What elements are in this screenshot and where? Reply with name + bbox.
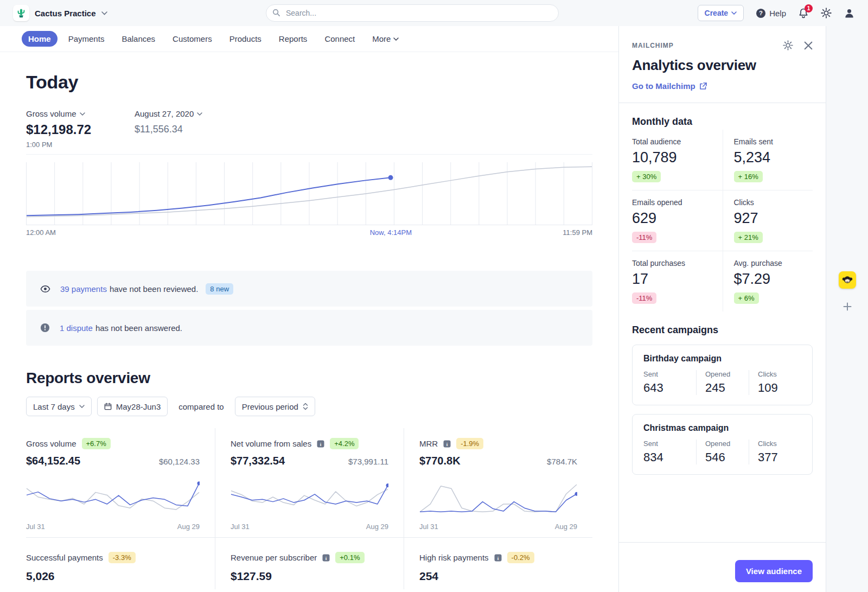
campaign-stat-label: Sent [643,440,691,448]
change-badge: -1.9% [456,438,483,449]
metric-total-audience: Total audience 10,789 + 30% [632,130,723,190]
campaign-stat-label: Clicks [758,440,796,448]
help-button[interactable]: ? Help [756,8,786,18]
metric-change-badge: + 16% [734,171,763,182]
card-compare-value: $60,124.33 [159,457,200,466]
new-payments-badge: 8 new [206,283,233,295]
campaign-name: Christmas campaign [643,423,801,433]
create-button[interactable]: Create [698,5,744,21]
app-name-label: MAILCHIMP [632,42,674,49]
compare-period-select[interactable]: Previous period [235,397,315,416]
axis-start-label: 12:00 AM [26,228,56,237]
view-audience-button[interactable]: View audience [735,560,813,582]
gross-volume-card: Gross volume +6.7% $64,152.45 $60,124.33… [26,428,215,537]
metric-avg-purchase: Avg. purchase $7.29 + 6% [723,251,813,311]
compare-date-value: $11,556.34 [135,124,202,135]
gross-volume-label: Gross volume [26,109,76,118]
card-label: High risk payments [419,553,489,562]
tab-products[interactable]: Products [223,31,268,47]
mailchimp-app-icon[interactable] [839,271,856,289]
campaign-stat-value: 643 [643,381,691,395]
external-link-icon [699,82,707,90]
info-icon: i [317,440,324,448]
page-title: Today [26,72,592,93]
card-value: $64,152.45 [26,455,80,467]
change-badge: +4.2% [330,438,359,449]
chevron-down-icon [393,37,399,41]
metric-value: 10,789 [632,149,723,166]
account-switcher[interactable]: Cactus Practice [13,5,107,21]
create-button-label: Create [705,9,729,17]
gross-volume-sparkline [26,475,200,519]
card-value: $77,332.54 [231,455,285,467]
gross-volume-value: $12,198.72 [26,122,135,137]
settings-gear-button[interactable] [821,8,832,18]
campaign-card-christmas: Christmas campaign Sent 834 Opened 546 C… [632,414,813,475]
go-to-mailchimp-link[interactable]: Go to Mailchimp [632,81,707,91]
metric-clicks: Clicks 927 + 21% [723,190,813,251]
drawer-close-button[interactable] [804,41,813,50]
change-badge: -3.3% [108,552,136,563]
gear-icon [821,8,832,18]
range-end-label: Aug 29 [177,523,200,531]
campaign-stat-label: Opened [705,440,743,448]
dispute-link[interactable]: 1 dispute [60,323,93,333]
chevron-down-icon [80,112,85,116]
add-app-button[interactable] [843,302,852,311]
tab-more[interactable]: More [366,31,405,47]
search-icon [272,9,280,17]
help-label: Help [769,9,786,18]
payments-review-link[interactable]: 39 payments [60,284,107,294]
chevron-down-icon [101,11,107,15]
metric-value: $7.29 [734,271,813,288]
tab-home[interactable]: Home [22,31,58,47]
today-stats: Gross volume $12,198.72 1:00 PM August 2… [26,109,592,155]
card-label: Net volume from sales [231,439,311,448]
metric-value: 629 [632,210,723,227]
recent-campaigns-heading: Recent campaigns [632,324,813,336]
tab-balances[interactable]: Balances [115,31,162,47]
tab-customers[interactable]: Customers [166,31,219,47]
compare-period-label: Previous period [242,402,298,411]
compare-date-label: August 27, 2020 [135,109,194,118]
axis-now-label: Now, 4:14PM [370,228,412,237]
axis-end-label: 11:59 PM [563,228,592,237]
profile-avatar-button[interactable] [844,8,855,19]
notification-badge: 1 [805,4,813,12]
drawer-settings-button[interactable] [783,40,793,50]
metric-emails-sent: Emails sent 5,234 + 16% [723,130,813,190]
today-chart-axis: 12:00 AM Now, 4:14PM 11:59 PM [26,228,592,239]
date-range-label: May28-Jun3 [116,402,161,411]
successful-payments-card: Successful payments -3.3% 5,026 [26,537,215,589]
tab-connect[interactable]: Connect [318,31,361,47]
campaign-stat-value: 245 [705,381,743,395]
tab-reports[interactable]: Reports [272,31,314,47]
close-icon [804,41,813,50]
change-badge: +0.1% [335,552,364,563]
account-name: Cactus Practice [35,9,96,18]
notifications-bell-button[interactable]: 1 [798,8,809,19]
gear-icon [783,40,793,50]
card-value: $127.59 [231,570,388,583]
date-range-button[interactable]: May28-Jun3 [97,397,168,416]
card-value: $770.8K [419,455,461,467]
chevron-down-icon [731,11,737,15]
period-dropdown[interactable]: Last 7 days [26,397,92,416]
high-risk-payments-card: High risk payments i -0.2% 254 [404,537,592,589]
today-gross-volume-chart [26,162,592,225]
range-end-label: Aug 29 [366,523,388,531]
search-input[interactable] [266,4,559,22]
gross-volume-selector[interactable]: Gross volume [26,109,135,118]
revenue-per-subscriber-card: Revenue per subscriber i +0.1% $127.59 [215,537,404,589]
tab-payments[interactable]: Payments [62,31,111,47]
help-icon: ? [756,8,766,18]
metric-label: Total purchases [632,259,723,268]
campaign-stat-value: 546 [705,450,743,464]
card-value: 254 [419,570,577,583]
campaign-stat-value: 109 [758,381,796,395]
compare-date-selector[interactable]: August 27, 2020 [135,109,202,118]
card-label: Gross volume [26,439,76,448]
metric-change-badge: -11% [632,292,656,304]
tab-more-label: More [372,34,391,43]
mrr-card: MRR i -1.9% $770.8K $784.7K Jul 31 Aug 2… [404,428,592,537]
